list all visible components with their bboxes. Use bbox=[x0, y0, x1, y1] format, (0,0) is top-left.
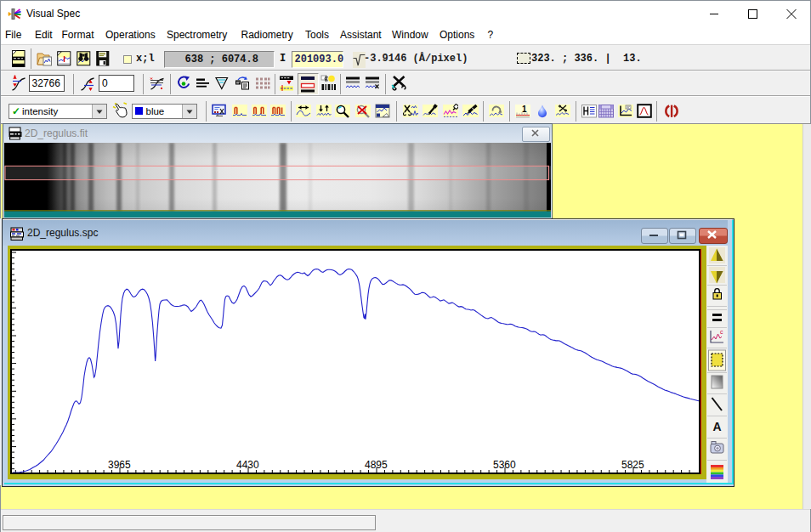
svg-text:4895: 4895 bbox=[365, 459, 388, 471]
svg-text:3965: 3965 bbox=[108, 459, 131, 471]
svg-text:5825: 5825 bbox=[621, 459, 644, 471]
svg-text:A: A bbox=[713, 420, 722, 433]
svg-text:5360: 5360 bbox=[493, 459, 516, 471]
svg-text:1: 1 bbox=[522, 104, 527, 113]
svg-text:4430: 4430 bbox=[236, 459, 259, 471]
svg-text:c: c bbox=[720, 329, 723, 335]
